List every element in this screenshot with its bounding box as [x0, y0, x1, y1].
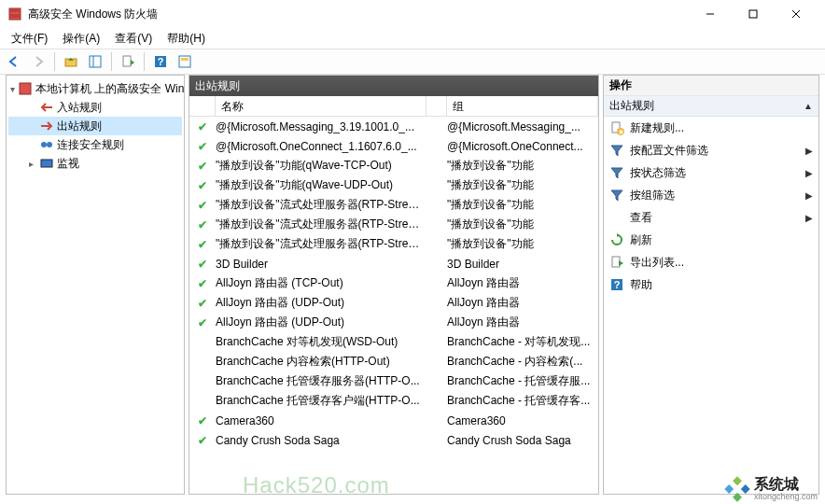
- back-button[interactable]: [4, 51, 24, 72]
- close-button[interactable]: [775, 0, 818, 28]
- rule-row[interactable]: ✔3D Builder3D Builder: [189, 254, 598, 273]
- svg-rect-13: [179, 56, 190, 67]
- actions-subtitle[interactable]: 出站规则 ▲: [604, 96, 818, 117]
- menu-view[interactable]: 查看(V): [107, 29, 160, 49]
- scope-tree[interactable]: ▾ 本地计算机 上的高级安全 Win 入站规则 出站规则 连接安全规则 ▸ 监视: [6, 75, 185, 495]
- rule-group: @{Microsoft.OneConnect...: [447, 140, 598, 153]
- forward-button[interactable]: [28, 51, 49, 72]
- rule-group: BranchCache - 对等机发现...: [447, 334, 598, 350]
- tree-connsec[interactable]: 连接安全规则: [8, 135, 182, 154]
- rule-row[interactable]: ✔AllJoyn 路由器 (TCP-Out)AllJoyn 路由器: [189, 273, 598, 293]
- svg-rect-22: [612, 257, 620, 267]
- tree-root[interactable]: ▾ 本地计算机 上的高级安全 Win: [8, 79, 182, 98]
- enabled-icon: ✔: [189, 316, 216, 329]
- tree-connsec-label: 连接安全规则: [57, 137, 124, 153]
- rule-name: BranchCache 内容检索(HTTP-Out): [216, 354, 426, 370]
- maximize-button[interactable]: [732, 0, 775, 28]
- col-group[interactable]: 组: [447, 96, 598, 116]
- show-tree-button[interactable]: [85, 51, 105, 72]
- column-headers[interactable]: 名称 组: [189, 96, 598, 117]
- action-export[interactable]: 导出列表...: [604, 251, 818, 273]
- title-bar: 高级安全 Windows 防火墙: [0, 0, 825, 28]
- rule-row[interactable]: ✔Candy Crush Soda SagaCandy Crush Soda S…: [189, 430, 598, 450]
- rule-row[interactable]: ✔AllJoyn 路由器 (UDP-Out)AllJoyn 路由器: [189, 293, 598, 313]
- minimize-button[interactable]: [689, 0, 732, 28]
- rule-row[interactable]: ✔@{Microsoft.Messaging_3.19.1001.0_...@{…: [189, 117, 598, 136]
- rules-list[interactable]: ✔@{Microsoft.Messaging_3.19.1001.0_...@{…: [189, 117, 598, 494]
- outbound-icon: [39, 119, 54, 133]
- collapse-icon: ▲: [804, 101, 813, 111]
- action-filter-group[interactable]: 按组筛选 ▶: [604, 184, 818, 206]
- rule-name: "播放到设备"流式处理服务器(RTP-Strea...: [216, 217, 426, 232]
- tree-root-label: 本地计算机 上的高级安全 Win: [35, 81, 184, 97]
- rule-row[interactable]: ✔"播放到设备"流式处理服务器(RTP-Strea..."播放到设备"功能: [189, 215, 598, 234]
- action-help[interactable]: ? 帮助: [604, 273, 818, 296]
- tree-outbound[interactable]: 出站规则: [8, 117, 182, 135]
- rule-group: BranchCache - 内容检索(...: [447, 354, 598, 370]
- rule-name: BranchCache 托管缓存服务器(HTTP-O...: [216, 373, 426, 389]
- rule-row[interactable]: ✔Camera360Camera360: [189, 411, 598, 430]
- rule-row[interactable]: BranchCache 托管缓存客户端(HTTP-O...BranchCache…: [189, 391, 598, 411]
- rule-row[interactable]: BranchCache 内容检索(HTTP-Out)BranchCache - …: [189, 352, 598, 371]
- enabled-icon: ✔: [189, 179, 216, 192]
- properties-button[interactable]: [175, 51, 195, 72]
- action-refresh[interactable]: 刷新: [604, 229, 818, 251]
- rule-group: AllJoyn 路由器: [447, 275, 598, 291]
- rule-row[interactable]: ✔@{Microsoft.OneConnect_1.1607.6.0_...@{…: [189, 136, 598, 156]
- rule-name: "播放到设备"流式处理服务器(RTP-Strea...: [216, 236, 426, 252]
- enabled-icon: ✔: [189, 140, 216, 153]
- svg-point-17: [47, 142, 52, 147]
- rule-row[interactable]: BranchCache 托管缓存服务器(HTTP-O...BranchCache…: [189, 371, 598, 391]
- help-button[interactable]: ?: [150, 51, 171, 72]
- rule-group: Camera360: [447, 414, 598, 427]
- action-filter-state[interactable]: 按状态筛选 ▶: [604, 161, 818, 184]
- rule-row[interactable]: BranchCache 对等机发现(WSD-Out)BranchCache - …: [189, 332, 598, 352]
- rule-group: Candy Crush Soda Saga: [447, 434, 598, 447]
- chevron-right-icon: ▶: [805, 190, 813, 201]
- menu-file[interactable]: 文件(F): [4, 29, 55, 49]
- rule-group: "播放到设备"功能: [447, 197, 598, 213]
- actions-panel: 操作 出站规则 ▲ ★ 新建规则... 按配置文件筛选 ▶ 按状态筛选 ▶ 按组…: [603, 75, 819, 495]
- enabled-icon: ✔: [189, 414, 216, 427]
- rule-group: BranchCache - 托管缓存服...: [447, 373, 598, 389]
- rule-name: AllJoyn 路由器 (TCP-Out): [216, 275, 426, 291]
- rule-name: AllJoyn 路由器 (UDP-Out): [216, 295, 426, 311]
- export-button[interactable]: [118, 51, 138, 72]
- new-rule-icon: ★: [609, 120, 624, 135]
- filter-icon: [609, 165, 624, 180]
- rules-panel: 出站规则 名称 组 ✔@{Microsoft.Messaging_3.19.10…: [189, 75, 599, 495]
- firewall-app-icon: [7, 7, 22, 21]
- rule-name: @{Microsoft.Messaging_3.19.1001.0_...: [216, 120, 426, 133]
- svg-rect-15: [20, 83, 31, 94]
- rule-row[interactable]: ✔"播放到设备"流式处理服务器(RTP-Strea..."播放到设备"功能: [189, 195, 598, 215]
- rule-group: "播放到设备"功能: [447, 177, 598, 193]
- rule-row[interactable]: ✔"播放到设备"流式处理服务器(RTP-Strea..."播放到设备"功能: [189, 234, 598, 254]
- rule-name: BranchCache 托管缓存客户端(HTTP-O...: [216, 393, 426, 409]
- col-name[interactable]: 名称: [216, 96, 426, 116]
- rule-row[interactable]: ✔"播放到设备"功能(qWave-TCP-Out)"播放到设备"功能: [189, 156, 598, 175]
- rule-group: BranchCache - 托管缓存客...: [447, 393, 598, 409]
- folder-up-button[interactable]: [61, 51, 81, 72]
- enabled-icon: ✔: [189, 160, 216, 173]
- rule-row[interactable]: ✔AllJoyn 路由器 (UDP-Out)AllJoyn 路由器: [189, 313, 598, 332]
- tree-inbound[interactable]: 入站规则: [8, 98, 182, 117]
- action-view[interactable]: 查看 ▶: [604, 206, 818, 229]
- menu-action[interactable]: 操作(A): [55, 29, 107, 49]
- help-icon: ?: [609, 277, 624, 292]
- chevron-right-icon: ▶: [805, 213, 813, 223]
- enabled-icon: ✔: [189, 120, 216, 133]
- inbound-icon: [39, 100, 54, 115]
- svg-rect-10: [123, 56, 131, 66]
- svg-rect-8: [90, 56, 101, 67]
- menu-help[interactable]: 帮助(H): [160, 29, 213, 49]
- svg-text:★: ★: [618, 128, 624, 135]
- tree-monitor[interactable]: ▸ 监视: [8, 154, 182, 173]
- rule-row[interactable]: ✔"播放到设备"功能(qWave-UDP-Out)"播放到设备"功能: [189, 175, 598, 195]
- enabled-icon: ✔: [189, 199, 216, 212]
- action-filter-profile[interactable]: 按配置文件筛选 ▶: [604, 139, 818, 161]
- rule-name: BranchCache 对等机发现(WSD-Out): [216, 334, 426, 350]
- svg-rect-18: [41, 160, 52, 167]
- action-new-rule[interactable]: ★ 新建规则...: [604, 117, 818, 139]
- enabled-icon: ✔: [189, 238, 216, 251]
- connsec-icon: [39, 137, 54, 152]
